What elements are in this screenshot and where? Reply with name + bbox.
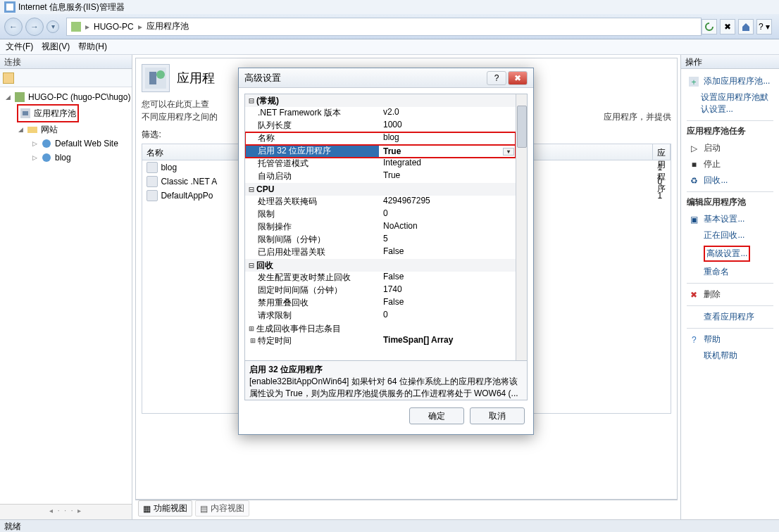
svg-point-7 xyxy=(42,139,51,148)
property-grid-scrollbar[interactable] xyxy=(516,94,527,360)
action-basic[interactable]: ▣基本设置... xyxy=(687,211,773,227)
svg-rect-6 xyxy=(27,127,37,133)
menu-bar: 文件(F) 视图(V) 帮助(H) xyxy=(0,39,779,55)
page-desc-tail: 应用程序，并提供 xyxy=(604,110,671,123)
pg-row-affenabled[interactable]: 已启用处理器关联False xyxy=(245,246,516,259)
action-advanced[interactable]: 高级设置... xyxy=(687,243,773,264)
tree-app-pools-label: 应用程序池 xyxy=(34,106,76,120)
cancel-button[interactable]: 取消 xyxy=(470,407,525,424)
action-set-defaults[interactable]: 设置应用程序池默认设置... xyxy=(687,89,773,118)
tree-root[interactable]: ◢ HUGO-PC (hugo-PC\hugo) xyxy=(1,90,130,104)
connections-toolbar xyxy=(0,69,132,87)
stop-nav-button[interactable]: ✖ xyxy=(720,19,735,34)
property-description: 启用 32 位应用程序 [enable32BitAppOnWin64] 如果针对… xyxy=(244,361,528,400)
action-stop[interactable]: ■停止 xyxy=(687,156,773,172)
collapse-icon[interactable]: ⊟ xyxy=(247,260,256,270)
connections-sidebar: 连接 ◢ HUGO-PC (hugo-PC\hugo) 应用程序池 ◢ 网站 xyxy=(0,55,132,519)
home-button[interactable] xyxy=(738,19,754,34)
action-recycle[interactable]: ♻回收... xyxy=(687,172,773,189)
tree-app-pools[interactable]: 应用程序池 xyxy=(1,104,130,122)
server-icon xyxy=(71,22,81,32)
connections-tree: ◢ HUGO-PC (hugo-PC\hugo) 应用程序池 ◢ 网站 ▷ De… xyxy=(0,87,132,167)
sidebar-splitter[interactable]: ◂ · · · ▸ xyxy=(0,504,132,519)
server-icon xyxy=(14,91,25,103)
pg-row-enable32[interactable]: 启用 32 位应用程序 True▾ xyxy=(245,145,516,158)
app-icon xyxy=(4,1,15,13)
pg-row-limit[interactable]: 限制0 xyxy=(245,208,516,221)
expander-icon[interactable]: ▷ xyxy=(31,151,38,165)
tab-feature-view[interactable]: ▦功能视图 xyxy=(138,500,192,517)
window-title: Internet 信息服务(IIS)管理器 xyxy=(18,1,125,13)
svg-rect-1 xyxy=(6,4,13,11)
status-bar: 就绪 xyxy=(0,519,779,532)
svg-point-8 xyxy=(42,153,51,162)
pg-row-requests[interactable]: 请求限制0 xyxy=(245,310,516,322)
expander-icon[interactable]: ◢ xyxy=(17,122,24,137)
expand-icon[interactable]: ⊞ xyxy=(247,324,256,334)
menu-file[interactable]: 文件(F) xyxy=(6,41,33,53)
pg-row-affmask[interactable]: 处理器关联掩码4294967295 xyxy=(245,196,516,208)
breadcrumb-node[interactable]: 应用程序池 xyxy=(147,20,189,32)
svg-rect-5 xyxy=(23,111,28,115)
dropdown-button[interactable]: ▾ xyxy=(503,148,514,156)
help-icon: ? xyxy=(688,334,699,346)
page-title: 应用程 xyxy=(177,70,215,87)
pg-row-limitinterval[interactable]: 限制间隔（分钟）5 xyxy=(245,234,516,246)
action-start[interactable]: ▷启动 xyxy=(687,140,773,156)
menu-help[interactable]: 帮助(H) xyxy=(78,41,107,53)
stop-icon: ■ xyxy=(688,159,699,170)
action-delete[interactable]: ✖删除 xyxy=(687,286,773,303)
tree-site-default[interactable]: ▷ Default Web Site xyxy=(1,137,130,151)
pg-row-queue[interactable]: 队列长度1000 xyxy=(245,120,516,132)
tab-content-view[interactable]: ▤内容视图 xyxy=(195,500,249,517)
pg-row-periodic[interactable]: 固定时间间隔（分钟）1740 xyxy=(245,284,516,297)
globe-icon xyxy=(41,152,52,163)
action-recycling[interactable]: 正在回收... xyxy=(687,227,773,243)
pg-row-limitaction[interactable]: 限制操作NoAction xyxy=(245,221,516,234)
back-button[interactable]: ← xyxy=(4,18,23,36)
menu-view[interactable]: 视图(V) xyxy=(42,41,70,53)
pg-cat-general[interactable]: ⊟(常规) xyxy=(245,94,516,107)
col-app[interactable]: 应用程序 xyxy=(653,144,671,160)
pg-cat-recycle[interactable]: ⊟回收 xyxy=(245,259,516,272)
status-text: 就绪 xyxy=(4,521,21,531)
expander-icon[interactable]: ◢ xyxy=(4,90,11,104)
action-online-help[interactable]: 联机帮助 xyxy=(687,348,773,364)
action-add-pool[interactable]: +添加应用程序池... xyxy=(687,73,773,89)
help-dropdown-button[interactable]: ? ▾ xyxy=(756,19,772,34)
play-icon: ▷ xyxy=(688,143,699,154)
pg-cat-cpu[interactable]: ⊟CPU xyxy=(245,183,516,196)
action-view-apps[interactable]: 查看应用程序 xyxy=(687,309,773,325)
pg-row-disallowoverlap[interactable]: 发生配置更改时禁止回收False xyxy=(245,272,516,284)
pg-row-times[interactable]: ⊞特定时间TimeSpan[] Array xyxy=(245,335,516,348)
ok-button[interactable]: 确定 xyxy=(409,407,464,424)
dialog-title-bar[interactable]: 高级设置 ? ✖ xyxy=(239,68,533,88)
content-view-icon: ▤ xyxy=(200,504,208,514)
collapse-icon[interactable]: ⊟ xyxy=(247,184,256,194)
pg-row-net[interactable]: .NET Framework 版本v2.0 xyxy=(245,107,516,120)
tree-site-blog[interactable]: ▷ blog xyxy=(1,151,130,165)
chevron-right-icon: ▸ xyxy=(85,22,89,32)
collapse-icon[interactable]: ⊟ xyxy=(247,96,256,106)
dialog-help-button[interactable]: ? xyxy=(487,71,506,85)
delete-icon: ✖ xyxy=(688,289,699,300)
dialog-close-button[interactable]: ✖ xyxy=(508,71,528,85)
nav-history-dropdown[interactable]: ▾ xyxy=(46,20,59,33)
pg-row-logevents[interactable]: ⊞生成回收事件日志条目 xyxy=(245,322,516,335)
chevron-right-icon: ▸ xyxy=(138,22,142,32)
page-desc-b: 不同应用程序之间的 xyxy=(142,112,218,122)
svg-rect-2 xyxy=(71,22,81,32)
action-rename[interactable]: 重命名 xyxy=(687,264,773,280)
pg-row-disallowrotation[interactable]: 禁用重叠回收False xyxy=(245,297,516,310)
pg-row-autostart[interactable]: 自动启动True xyxy=(245,170,516,183)
refresh-button[interactable] xyxy=(702,19,717,34)
pg-row-pipeline[interactable]: 托管管道模式Integrated xyxy=(245,158,516,170)
breadcrumb[interactable]: ▸ HUGO-PC ▸ 应用程序池 xyxy=(66,18,702,36)
tree-sites[interactable]: ◢ 网站 xyxy=(1,122,130,137)
expander-icon[interactable]: ▷ xyxy=(31,137,38,151)
action-help[interactable]: ?帮助 xyxy=(687,331,773,348)
breadcrumb-machine[interactable]: HUGO-PC xyxy=(94,22,134,32)
forward-button[interactable]: → xyxy=(25,18,44,36)
folder-icon[interactable] xyxy=(3,72,14,84)
pg-row-name[interactable]: 名称blog xyxy=(245,132,516,145)
